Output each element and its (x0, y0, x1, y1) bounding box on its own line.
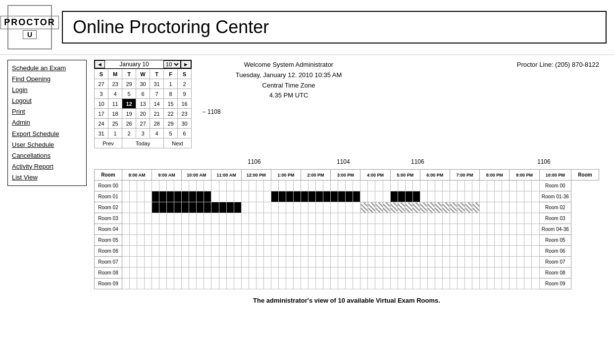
cal-day[interactable]: 27 (95, 79, 108, 89)
slot-r7-s8[interactable] (182, 257, 189, 268)
slot-r1-s54[interactable] (524, 191, 532, 202)
sidebar-item-list-view[interactable]: List View (12, 172, 82, 183)
slot-r8-s14[interactable] (226, 268, 234, 278)
slot-r1-s1[interactable] (129, 191, 137, 202)
slot-r0-s25[interactable] (308, 181, 316, 191)
slot-r5-s17[interactable] (249, 235, 256, 246)
slot-r4-s24[interactable] (301, 224, 308, 235)
slot-r1-s32[interactable] (360, 191, 368, 202)
cal-day[interactable]: 22 (164, 109, 178, 119)
cal-day[interactable]: 14 (150, 99, 164, 109)
slot-r9-s16[interactable] (241, 278, 249, 289)
slot-r4-s11[interactable] (204, 224, 211, 235)
slot-r0-s32[interactable] (360, 181, 368, 191)
slot-r0-s15[interactable] (234, 181, 241, 191)
slot-r6-s41[interactable] (427, 246, 435, 257)
slot-r4-s33[interactable] (368, 224, 375, 235)
slot-r7-s38[interactable] (405, 257, 412, 268)
slot-r0-s34[interactable] (375, 181, 383, 191)
slot-r9-s18[interactable] (256, 278, 263, 289)
slot-r4-s8[interactable] (182, 224, 189, 235)
slot-r8-s1[interactable] (129, 268, 137, 278)
calendar-next-month[interactable]: ► (181, 60, 191, 68)
slot-r9-s28[interactable] (331, 278, 338, 289)
slot-r5-s8[interactable] (182, 235, 189, 246)
slot-r3-s12[interactable] (211, 213, 219, 224)
slot-r0-s19[interactable] (263, 181, 271, 191)
slot-r2-s11[interactable] (204, 202, 211, 213)
slot-r0-s12[interactable] (211, 181, 219, 191)
slot-r0-s29[interactable] (338, 181, 346, 191)
slot-r5-s11[interactable] (204, 235, 211, 246)
slot-r3-s37[interactable] (398, 213, 405, 224)
slot-r4-s10[interactable] (197, 224, 204, 235)
slot-r6-s16[interactable] (241, 246, 249, 257)
slot-r6-s43[interactable] (442, 246, 450, 257)
slot-r3-s54[interactable] (524, 213, 532, 224)
cal-day[interactable]: 16 (178, 99, 192, 109)
slot-r6-s11[interactable] (204, 246, 211, 257)
cal-day[interactable]: 31 (95, 129, 108, 138)
slot-r0-s40[interactable] (420, 181, 427, 191)
slot-r9-s26[interactable] (316, 278, 323, 289)
slot-r4-s32[interactable] (360, 224, 368, 235)
slot-r3-s43[interactable] (442, 213, 450, 224)
cal-day[interactable]: 2 (122, 129, 136, 138)
slot-r3-s35[interactable] (383, 213, 390, 224)
slot-r3-s14[interactable] (226, 213, 234, 224)
slot-r4-s25[interactable] (308, 224, 316, 235)
slot-r6-s22[interactable] (286, 246, 293, 257)
slot-r4-s46[interactable] (465, 224, 472, 235)
slot-r3-s41[interactable] (427, 213, 435, 224)
slot-r3-s3[interactable] (145, 213, 152, 224)
slot-r1-s46[interactable] (465, 191, 472, 202)
slot-r6-s49[interactable] (487, 246, 495, 257)
slot-r4-s41[interactable] (427, 224, 435, 235)
slot-r1-s3[interactable] (145, 191, 152, 202)
slot-r7-s48[interactable] (480, 257, 487, 268)
slot-r7-s26[interactable] (316, 257, 323, 268)
slot-r0-s51[interactable] (502, 181, 510, 191)
slot-r8-s38[interactable] (405, 268, 412, 278)
slot-r2-s27[interactable] (323, 202, 331, 213)
slot-r6-s3[interactable] (145, 246, 152, 257)
slot-r7-s49[interactable] (487, 257, 495, 268)
cal-day[interactable]: 23 (108, 79, 122, 89)
slot-r2-s55[interactable] (532, 202, 539, 213)
slot-r2-s23[interactable] (293, 202, 301, 213)
slot-r5-s9[interactable] (189, 235, 197, 246)
slot-r6-s52[interactable] (510, 246, 517, 257)
slot-r5-s41[interactable] (427, 235, 435, 246)
slot-r5-s39[interactable] (412, 235, 420, 246)
slot-r8-s55[interactable] (532, 268, 539, 278)
slot-r3-s9[interactable] (189, 213, 197, 224)
slot-r3-s21[interactable] (278, 213, 286, 224)
slot-r9-s29[interactable] (338, 278, 346, 289)
slot-r1-s55[interactable] (532, 191, 539, 202)
cal-day[interactable]: 21 (150, 109, 164, 119)
slot-r8-s24[interactable] (301, 268, 308, 278)
slot-r3-s20[interactable] (271, 213, 278, 224)
slot-r3-s55[interactable] (532, 213, 539, 224)
slot-r0-s24[interactable] (301, 181, 308, 191)
slot-r3-s53[interactable] (517, 213, 524, 224)
slot-r2-s22[interactable] (286, 202, 293, 213)
slot-r3-s0[interactable] (122, 213, 129, 224)
slot-r0-s11[interactable] (204, 181, 211, 191)
slot-r0-s33[interactable] (368, 181, 375, 191)
slot-r3-s19[interactable] (263, 213, 271, 224)
slot-r6-s14[interactable] (226, 246, 234, 257)
slot-r9-s19[interactable] (263, 278, 271, 289)
slot-r7-s5[interactable] (159, 257, 167, 268)
slot-r2-s0[interactable] (122, 202, 129, 213)
slot-r0-s13[interactable] (219, 181, 226, 191)
cal-day[interactable]: 11 (108, 99, 122, 109)
slot-r2-s48[interactable] (480, 202, 487, 213)
slot-r2-s37[interactable] (398, 202, 405, 213)
slot-r0-s0[interactable] (122, 181, 129, 191)
slot-r0-s53[interactable] (517, 181, 524, 191)
slot-r6-s33[interactable] (368, 246, 375, 257)
slot-r9-s2[interactable] (137, 278, 144, 289)
slot-r0-s26[interactable] (316, 181, 323, 191)
cal-day[interactable]: 29 (164, 119, 178, 129)
